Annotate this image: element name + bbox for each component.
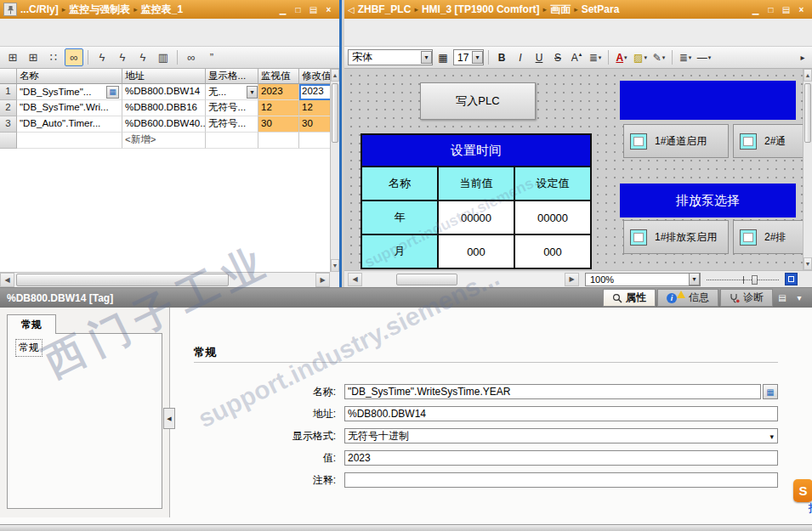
address-column-header[interactable]: 地址 (122, 69, 206, 84)
modify-value-cell[interactable]: 12 (299, 100, 330, 116)
fit-to-screen-icon[interactable] (785, 273, 798, 285)
tab-diagnostics[interactable]: 诊断 (720, 289, 773, 307)
row-number[interactable]: 2 (0, 100, 17, 116)
horizontal-scrollbar[interactable]: ◀ ▶ (348, 273, 579, 286)
modify-once-icon[interactable]: ϟ (113, 48, 132, 66)
scrollbar-track[interactable] (331, 82, 339, 259)
tag-name-cell[interactable]: "DB_Auto".Timer... (17, 116, 122, 133)
hmi-editor-titlebar[interactable]: ◁ ZHBF_PLC ▸ HMI_3 [TP1900 Comfort] ▸ 画面… (344, 0, 812, 19)
row-number[interactable]: 1 (0, 84, 17, 100)
dock-icon[interactable]: ▤ (779, 3, 793, 16)
horizontal-scrollbar[interactable]: ◀ ▶ (0, 272, 330, 287)
checkbox-icon[interactable] (630, 229, 647, 246)
modify-value-cell[interactable] (299, 133, 330, 149)
channel2-checkbox[interactable]: 2#通 (733, 124, 803, 158)
scroll-left-icon[interactable]: ◀ (348, 273, 362, 286)
minimize-icon[interactable]: ▁ (748, 3, 763, 16)
watch-table-titlebar[interactable]: ...C/Rly] ▸ 监控与强制表 ▸ 监控表_1 ▁ □ ▤ × (0, 0, 339, 19)
monitor-column-header[interactable]: 监视值 (258, 69, 299, 84)
zoom-slider[interactable] (707, 274, 779, 285)
checkbox-icon[interactable] (630, 133, 647, 150)
restore-icon[interactable]: □ (291, 3, 305, 16)
chevron-down-icon[interactable]: ▾ (472, 51, 483, 64)
close-icon[interactable]: × (794, 3, 809, 16)
scrollbar-track[interactable] (803, 82, 812, 257)
underline-icon[interactable]: U (531, 49, 548, 66)
collapse-nav-icon[interactable]: ◀ (163, 408, 175, 429)
time-row-label[interactable]: 月 (362, 235, 437, 268)
italic-icon[interactable]: I (512, 49, 529, 66)
line-style-icon[interactable]: ≣▾ (677, 49, 694, 66)
vertical-scrollbar[interactable]: ▲ ▼ (803, 69, 812, 270)
tag-browse-icon[interactable]: ▦ (106, 86, 119, 99)
superscript-icon[interactable]: A▴ (568, 49, 585, 66)
breadcrumb-item[interactable]: 监控与强制表 (69, 3, 130, 17)
address-field[interactable] (344, 406, 778, 421)
font-size-select[interactable]: 17 ▾ (453, 49, 484, 65)
tab-properties[interactable]: 属性 (603, 289, 656, 307)
modify-column-header[interactable]: 修改值 (299, 69, 330, 84)
modify-trigger-icon[interactable]: ϟ (133, 48, 152, 66)
breadcrumb-item[interactable]: 画面 (550, 3, 571, 17)
dock-icon[interactable]: ▤ (306, 3, 321, 16)
tag-address-cell[interactable]: %DB800.DBW14 (122, 84, 206, 100)
scroll-right-icon[interactable]: ▶ (565, 273, 579, 286)
name-field[interactable] (344, 384, 761, 399)
scroll-left-icon[interactable]: ◀ (0, 273, 14, 287)
hmi-screen-canvas[interactable]: 写入PLC 1#通道启用 2#通 设置时间 名称 当前值 设定值 年 00000… (344, 69, 803, 270)
nav-item-general[interactable]: 常规 (16, 340, 42, 356)
insert-row-icon[interactable]: ⊞ (3, 48, 22, 66)
format-column-header[interactable]: 显示格... (206, 69, 258, 84)
font-color-icon[interactable]: A▾ (613, 49, 630, 66)
display-format-combo[interactable]: 无... ▾ (206, 84, 258, 100)
tag-name-cell[interactable]: "DB_SysTime".Wri... (17, 100, 122, 116)
panel-dock-icon[interactable]: ▤ (775, 289, 790, 307)
pen-style-icon[interactable]: ✎▾ (650, 49, 667, 66)
pin-icon[interactable] (3, 3, 17, 16)
scrollbar-thumb[interactable] (396, 274, 457, 285)
checkbox-icon[interactable] (740, 133, 757, 150)
tag-address-cell[interactable]: %DB800.DBB16 (122, 100, 206, 116)
chevron-down-icon[interactable]: ▾ (421, 51, 432, 64)
modify-value-cell[interactable]: 2023 (299, 84, 330, 100)
breadcrumb-item[interactable]: SetPara (582, 3, 620, 15)
time-current-value[interactable]: 00000 (439, 201, 514, 234)
font-grid-icon[interactable]: ▦ (434, 49, 451, 66)
time-set-value[interactable]: 00000 (515, 201, 590, 234)
support-badge[interactable]: S (793, 479, 812, 502)
name-column-header[interactable]: 名称 (17, 69, 122, 84)
display-format-cell[interactable]: 无符号... (206, 116, 258, 133)
expand-format-icon[interactable]: ∷ (44, 48, 63, 66)
strikethrough-icon[interactable]: S (549, 49, 566, 66)
tab-general[interactable]: 常规 (7, 314, 56, 334)
slider-handle[interactable] (752, 275, 758, 285)
time-table-header-cell[interactable]: 当前值 (439, 167, 514, 200)
panel-collapse-icon[interactable]: ▾ (792, 289, 807, 307)
tab-info[interactable]: i 信息 (657, 289, 718, 307)
vertical-scrollbar[interactable]: ▲ ▼ (330, 69, 339, 272)
pump1-checkbox[interactable]: 1#排放泵启用 (623, 220, 729, 254)
time-table-header-cell[interactable]: 名称 (362, 167, 437, 200)
scroll-down-icon[interactable]: ▼ (331, 259, 339, 272)
comment-field[interactable] (344, 472, 778, 488)
tag-browse-icon[interactable]: ▦ (763, 384, 778, 399)
display-format-cell[interactable]: 无符号... (206, 100, 258, 116)
breadcrumb-item[interactable]: ZHBF_PLC (358, 3, 412, 15)
scrollbar-track[interactable] (362, 273, 565, 286)
dash-style-icon[interactable]: —▾ (696, 49, 713, 66)
comment-icon[interactable]: ” (202, 48, 221, 66)
align-icon[interactable]: ≣▾ (587, 49, 604, 66)
tag-address-cell[interactable]: %DB600.DBW40... (122, 116, 206, 133)
scroll-up-icon[interactable]: ▲ (331, 69, 339, 82)
row-number[interactable] (0, 133, 17, 149)
time-current-value[interactable]: 000 (439, 235, 514, 268)
time-table-header-cell[interactable]: 设定值 (515, 167, 590, 200)
scrollbar-thumb[interactable] (332, 83, 338, 143)
checkbox-icon[interactable] (740, 229, 757, 246)
pump-select-banner[interactable]: 排放泵选择 (620, 184, 796, 217)
set-time-table[interactable]: 设置时间 名称 当前值 设定值 年 00000 00000 月 000 000 (361, 133, 592, 269)
scrollbar-track[interactable] (14, 273, 315, 287)
back-icon[interactable]: ◁ (348, 5, 355, 14)
highlight-color-icon[interactable]: ▨▾ (632, 49, 649, 66)
show-columns-icon[interactable]: ▥ (154, 48, 173, 66)
